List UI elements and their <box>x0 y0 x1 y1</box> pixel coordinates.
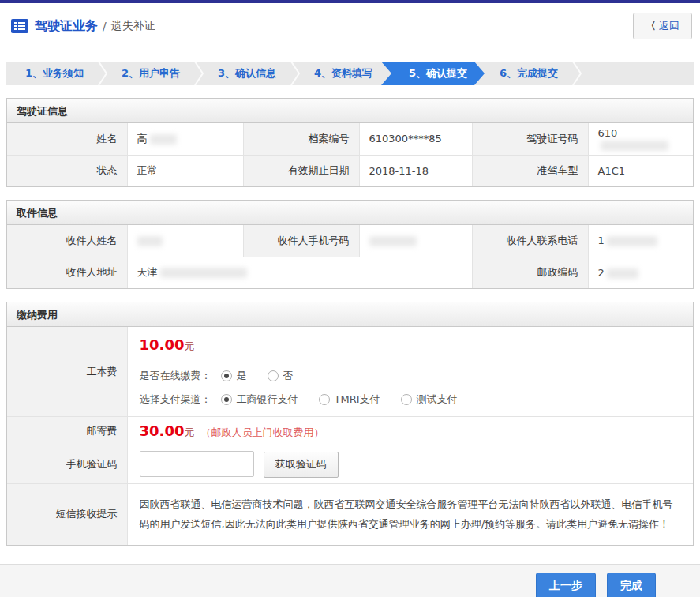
redacted-blur <box>607 268 638 279</box>
card-fee-cell: 10.00元 是否在线缴费： 是 否 选择支付渠道： <box>127 327 693 417</box>
pay-channel-row: 选择支付渠道： 工商银行支付 TMRI支付 测试支付 <box>128 386 694 416</box>
radio-channel-tmri[interactable]: TMRI支付 <box>319 392 380 407</box>
status-label: 状态 <box>7 155 127 186</box>
postal-code-label: 邮政编码 <box>472 257 588 288</box>
table-row: 工本费 10.00元 是否在线缴费： 是 否 选 <box>7 327 693 417</box>
step-1-business-notice[interactable]: 1、业务须知 <box>6 62 103 85</box>
recipient-phone-label: 收件人联系电话 <box>472 225 588 257</box>
postal-code-value: 2 <box>588 257 693 288</box>
step-2-user-declaration[interactable]: 2、用户申告 <box>103 62 199 85</box>
sms-code-input[interactable] <box>140 451 254 477</box>
license-info-table: 姓名 高 档案编号 610300****85 驾驶证号码 610 状态 正常 有… <box>7 123 693 186</box>
radio-online-no[interactable]: 否 <box>268 369 294 383</box>
get-code-button[interactable]: 获取验证码 <box>264 452 339 478</box>
breadcrumb-current: 遗失补证 <box>111 19 155 33</box>
step-3-confirm-info[interactable]: 3、确认信息 <box>199 62 295 85</box>
license-info-section: 驾驶证信息 姓名 高 档案编号 610300****85 驾驶证号码 610 状… <box>6 98 694 187</box>
table-row: 邮寄费 30.00元 （邮政人员上门收取费用） <box>7 417 693 445</box>
footer-bar: 上一步 完成 <box>0 564 700 597</box>
step-separator-icon <box>194 62 204 85</box>
fees-section: 缴纳费用 工本费 10.00元 是否在线缴费： 是 否 <box>6 302 694 546</box>
step-separator-icon <box>98 62 107 85</box>
card-fee-amount-row: 10.00元 <box>128 327 694 362</box>
license-no-label: 驾驶证号码 <box>472 123 588 155</box>
redacted-blur <box>607 236 657 246</box>
recipient-address-label: 收件人地址 <box>7 257 127 288</box>
status-value: 正常 <box>127 155 243 186</box>
breadcrumb-separator: / <box>103 20 107 32</box>
radio-icon <box>268 370 279 381</box>
table-row: 短信接收提示 因陕西省联通、电信运营商技术问题，陕西省互联网交通安全综合服务管理… <box>7 483 693 545</box>
recipient-phone-value: 1 <box>588 225 693 257</box>
step-progress-bar: 1、业务须知 2、用户申告 3、确认信息 4、资料填写 5、确认提交 6、完成提… <box>6 62 694 85</box>
pickup-info-table: 收件人姓名 收件人手机号码 收件人联系电话 1 收件人地址 天津 邮政编码 2 <box>7 225 693 288</box>
vehicle-class-value: A1C1 <box>588 155 693 186</box>
postage-amount: 30.00 <box>140 422 185 439</box>
table-row: 状态 正常 有效期止日期 2018-11-18 准驾车型 A1C1 <box>7 155 693 186</box>
finish-button[interactable]: 完成 <box>607 573 656 597</box>
redacted-blur <box>601 141 668 151</box>
vehicle-class-label: 准驾车型 <box>472 155 588 186</box>
sms-tip-label: 短信接收提示 <box>7 483 127 545</box>
radio-icon <box>221 370 232 381</box>
recipient-mobile-value <box>359 225 472 257</box>
step-bar-filler <box>577 62 694 85</box>
fees-title: 缴纳费用 <box>7 302 693 327</box>
card-fee-amount: 10.00 <box>140 336 185 353</box>
table-row: 收件人地址 天津 邮政编码 2 <box>7 257 693 288</box>
sms-code-cell: 获取验证码 <box>127 445 693 484</box>
step-separator-icon <box>572 62 582 85</box>
radio-icon <box>319 394 330 405</box>
previous-step-button[interactable]: 上一步 <box>536 573 596 597</box>
radio-channel-icbc[interactable]: 工商银行支付 <box>221 392 298 407</box>
back-button[interactable]: 〈 返回 <box>633 13 692 39</box>
redacted-blur <box>369 236 417 246</box>
expiry-label: 有效期止日期 <box>243 155 359 186</box>
list-icon <box>11 19 28 33</box>
online-pay-row: 是否在线缴费： 是 否 <box>128 362 694 386</box>
chevron-left-icon: 〈 <box>646 19 656 33</box>
step-6-complete-submit[interactable]: 6、完成提交 <box>481 62 577 85</box>
sms-code-label: 手机验证码 <box>7 445 127 484</box>
redacted-blur <box>137 236 163 246</box>
fees-table: 工本费 10.00元 是否在线缴费： 是 否 选 <box>7 327 693 545</box>
redacted-blur <box>160 268 247 278</box>
step-5-confirm-submit[interactable]: 5、确认提交 <box>381 62 485 85</box>
pickup-info-section: 取件信息 收件人姓名 收件人手机号码 收件人联系电话 1 收件人地址 天津 邮政… <box>6 200 694 289</box>
step-4-fill-materials[interactable]: 4、资料填写 <box>295 62 391 85</box>
page-header: 驾驶证业务 / 遗失补证 〈 返回 <box>0 3 700 49</box>
table-row: 收件人姓名 收件人手机号码 收件人联系电话 1 <box>7 225 693 257</box>
table-row: 姓名 高 档案编号 610300****85 驾驶证号码 610 <box>7 123 693 155</box>
recipient-name-label: 收件人姓名 <box>7 225 127 257</box>
sms-tip-text: 因陕西省联通、电信运营商技术问题，陕西省互联网交通安全综合服务管理平台无法向持陕… <box>127 483 693 545</box>
step-separator-icon <box>290 62 300 85</box>
radio-online-yes[interactable]: 是 <box>221 369 247 383</box>
recipient-name-value <box>127 225 243 257</box>
back-button-label: 返回 <box>659 19 679 33</box>
radio-channel-test[interactable]: 测试支付 <box>401 392 458 407</box>
postage-note: （邮政人员上门收取费用） <box>201 426 324 438</box>
postage-label: 邮寄费 <box>7 417 127 445</box>
table-row: 手机验证码 获取验证码 <box>7 445 693 484</box>
page-title: 驾驶证业务 <box>35 18 98 35</box>
name-value: 高 <box>127 123 243 155</box>
pickup-info-title: 取件信息 <box>7 201 693 225</box>
card-fee-unit: 元 <box>184 340 194 352</box>
file-no-label: 档案编号 <box>243 123 359 155</box>
redacted-blur <box>150 134 177 145</box>
recipient-mobile-label: 收件人手机号码 <box>243 225 359 257</box>
license-no-value: 610 <box>588 123 693 155</box>
card-fee-label: 工本费 <box>7 327 127 417</box>
expiry-value: 2018-11-18 <box>359 155 472 186</box>
file-no-value: 610300****85 <box>359 123 472 155</box>
online-pay-question: 是否在线缴费： <box>140 369 211 383</box>
radio-icon <box>401 394 412 405</box>
recipient-address-value: 天津 <box>127 257 472 288</box>
postage-cell: 30.00元 （邮政人员上门收取费用） <box>127 417 693 445</box>
pay-channel-question: 选择支付渠道： <box>140 392 211 407</box>
radio-icon <box>221 394 232 405</box>
license-info-title: 驾驶证信息 <box>7 99 693 123</box>
postage-unit: 元 <box>184 426 194 438</box>
name-label: 姓名 <box>7 123 127 155</box>
